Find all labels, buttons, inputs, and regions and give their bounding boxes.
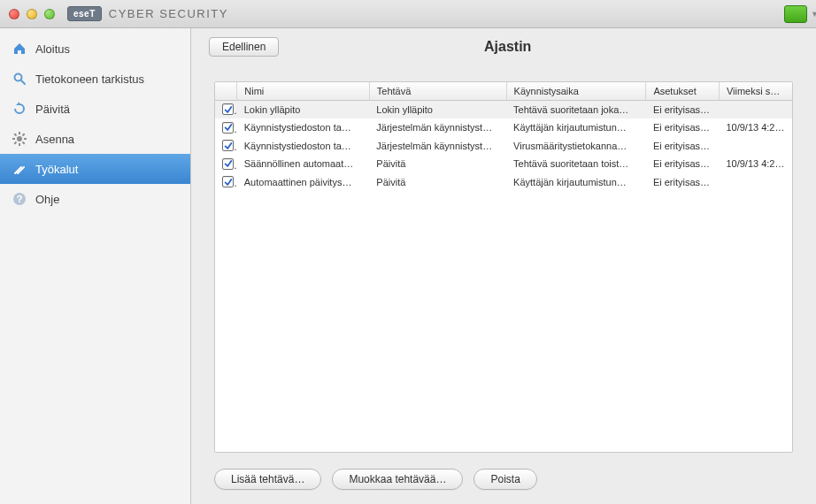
sidebar-item-label: Ohje <box>35 193 59 206</box>
column-header-settings[interactable]: Asetukset <box>646 82 720 101</box>
cell-task: Järjestelmän käynnistyst… <box>369 118 506 137</box>
scheduler-table: Nimi Tehtävä Käynnistysaika Asetukset Vi… <box>214 81 793 453</box>
window-title-bar: eseT CYBER SECURITY ▼ <box>0 0 816 28</box>
bottom-bar: Lisää tehtävä… Muokkaa tehtävää… Poista <box>191 462 816 504</box>
cell-settings: Ei erityisase… <box>646 155 720 173</box>
sidebar-item-label: Päivitä <box>35 103 70 116</box>
sidebar: Aloitus Tietokoneen tarkistus Päivitä As… <box>0 28 191 504</box>
checkbox-icon[interactable] <box>222 122 234 134</box>
column-header-last[interactable]: Viimeksi su… <box>719 82 792 101</box>
checkbox-icon[interactable] <box>222 140 234 151</box>
cell-last: 10/9/13 4:2… <box>719 155 792 173</box>
cell-name: Käynnistystiedoston ta… <box>237 118 370 137</box>
brand-name: CYBER SECURITY <box>109 7 228 20</box>
magnifier-icon <box>12 72 27 86</box>
delete-task-button[interactable]: Poista <box>473 469 536 490</box>
sidebar-item-label: Tietokoneen tarkistus <box>35 73 144 86</box>
home-icon <box>12 42 27 56</box>
svg-line-1 <box>21 80 25 84</box>
cell-start: Käyttäjän kirjautumistun… <box>506 118 646 137</box>
row-checkbox-cell[interactable] <box>215 118 237 137</box>
svg-point-2 <box>17 136 22 141</box>
svg-text:?: ? <box>17 194 23 204</box>
cell-settings: Ei erityisase… <box>646 173 720 192</box>
column-header-name[interactable]: Nimi <box>237 82 370 101</box>
sidebar-item-setup[interactable]: Asenna <box>0 124 190 154</box>
cell-settings: Ei erityisase… <box>646 101 720 119</box>
cell-task: Lokin ylläpito <box>369 101 506 119</box>
cell-settings: Ei erityisase… <box>646 118 720 137</box>
add-task-button[interactable]: Lisää tehtävä… <box>214 469 321 490</box>
cell-name: Lokin ylläpito <box>237 101 370 119</box>
svg-line-10 <box>23 134 25 135</box>
edit-task-button[interactable]: Muokkaa tehtävää… <box>332 469 463 490</box>
table-header-row: Nimi Tehtävä Käynnistysaika Asetukset Vi… <box>215 82 792 101</box>
sidebar-item-scan[interactable]: Tietokoneen tarkistus <box>0 64 190 94</box>
cell-name: Säännöllinen automaat… <box>237 155 370 173</box>
tools-icon <box>12 162 27 176</box>
cell-start: Käyttäjän kirjautumistun… <box>506 173 646 192</box>
gear-icon <box>12 132 27 146</box>
cell-task: Päivitä <box>369 173 506 192</box>
column-header-task[interactable]: Tehtävä <box>369 82 506 101</box>
row-checkbox-cell[interactable] <box>215 155 237 173</box>
content: Edellinen Ajastin Nimi Tehtävä Käynnisty… <box>191 28 816 504</box>
cell-start: Tehtävä suoritetaan toist… <box>506 155 646 173</box>
page-title: Ajastin <box>279 39 736 55</box>
cell-last: 10/9/13 4:2… <box>719 118 792 137</box>
chevron-down-icon: ▼ <box>811 10 816 19</box>
row-checkbox-cell[interactable] <box>215 173 237 192</box>
cell-last <box>719 137 792 156</box>
protection-status-button[interactable]: ▼ <box>784 5 807 23</box>
cell-task: Järjestelmän käynnistyst… <box>369 137 506 156</box>
cell-settings: Ei erityisase… <box>646 137 720 156</box>
cell-last <box>719 173 792 192</box>
svg-line-8 <box>23 142 25 144</box>
sidebar-item-label: Asenna <box>35 133 74 146</box>
table-row[interactable]: Lokin ylläpitoLokin ylläpitoTehtävä suor… <box>215 101 792 119</box>
checkbox-icon[interactable] <box>222 103 234 115</box>
row-checkbox-cell[interactable] <box>215 101 237 119</box>
sidebar-item-label: Aloitus <box>35 42 70 56</box>
cell-name: Automaattinen päivitys… <box>237 173 370 192</box>
table-row[interactable]: Säännöllinen automaat…PäivitäTehtävä suo… <box>215 155 792 173</box>
sidebar-item-home[interactable]: Aloitus <box>0 34 190 64</box>
zoom-window-button[interactable] <box>44 9 55 19</box>
cell-start: Virusmääritystietokanna… <box>506 137 646 156</box>
sidebar-item-tools[interactable]: Työkalut <box>0 154 190 184</box>
svg-line-9 <box>14 142 16 144</box>
cell-last <box>719 101 792 119</box>
checkbox-icon[interactable] <box>222 158 234 170</box>
table-row[interactable]: Automaattinen päivitys…PäivitäKäyttäjän … <box>215 173 792 192</box>
brand-badge: eseT <box>67 6 102 21</box>
close-window-button[interactable] <box>9 9 19 19</box>
table-row[interactable]: Käynnistystiedoston ta…Järjestelmän käyn… <box>215 137 792 156</box>
cell-start: Tehtävä suoritetaan joka… <box>506 101 646 119</box>
checkbox-icon[interactable] <box>222 176 234 187</box>
column-header-start[interactable]: Käynnistysaika <box>506 82 646 101</box>
back-button[interactable]: Edellinen <box>209 37 279 57</box>
sidebar-item-help[interactable]: ? Ohje <box>0 184 190 214</box>
table-row[interactable]: Käynnistystiedoston ta…Järjestelmän käyn… <box>215 118 792 137</box>
row-checkbox-cell[interactable] <box>215 137 237 156</box>
sidebar-item-update[interactable]: Päivitä <box>0 94 190 124</box>
sidebar-item-label: Työkalut <box>35 163 78 176</box>
cell-task: Päivitä <box>369 155 506 173</box>
cell-name: Käynnistystiedoston ta… <box>237 137 370 156</box>
column-header-checkbox[interactable] <box>215 82 237 101</box>
help-icon: ? <box>12 192 27 206</box>
svg-line-7 <box>14 134 16 135</box>
minimize-window-button[interactable] <box>27 9 37 19</box>
refresh-icon <box>12 102 27 116</box>
window-traffic-lights <box>9 9 55 19</box>
